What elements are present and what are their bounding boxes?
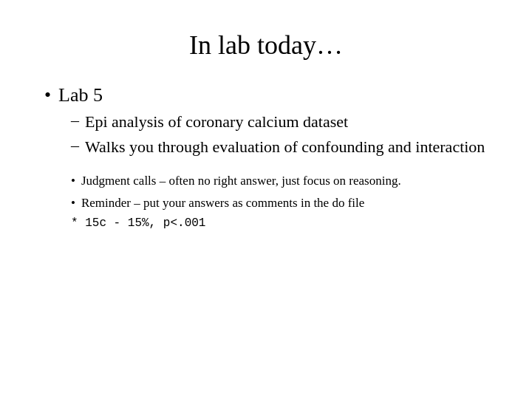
bullet-marker-l1: •	[44, 84, 51, 106]
bullet-lab5: • Lab 5	[44, 84, 488, 106]
sub-item-epi-text: Epi analysis of coronary calcium dataset	[85, 111, 348, 133]
bullet-lab5-label: Lab 5	[58, 84, 103, 106]
sub-sub-item-judgment: • Judgment calls – often no right answer…	[71, 172, 488, 190]
sub-sub-list: • Judgment calls – often no right answer…	[71, 172, 488, 230]
sub-item-epi: – Epi analysis of coronary calcium datas…	[71, 111, 488, 133]
code-line: * 15c - 15%, p<.001	[71, 216, 488, 230]
sub-list: – Epi analysis of coronary calcium datas…	[71, 111, 488, 160]
slide: In lab today… • Lab 5 – Epi analysis of …	[0, 0, 532, 399]
sub-sub-item-reminder: • Reminder – put your answers as comment…	[71, 194, 488, 212]
dash-icon-2: –	[71, 136, 79, 155]
sub-item-walks-text: Walks you through evaluation of confound…	[85, 136, 485, 158]
slide-title: In lab today…	[44, 30, 488, 61]
dash-icon-1: –	[71, 111, 79, 130]
sub-item-walks: – Walks you through evaluation of confou…	[71, 136, 488, 158]
bullet-marker-sm-2: •	[71, 194, 75, 212]
sub-sub-item-judgment-text: Judgment calls – often no right answer, …	[81, 172, 401, 190]
sub-sub-item-reminder-text: Reminder – put your answers as comments …	[81, 194, 364, 212]
slide-content: • Lab 5 – Epi analysis of coronary calci…	[44, 84, 488, 230]
bullet-marker-sm-1: •	[71, 172, 75, 190]
